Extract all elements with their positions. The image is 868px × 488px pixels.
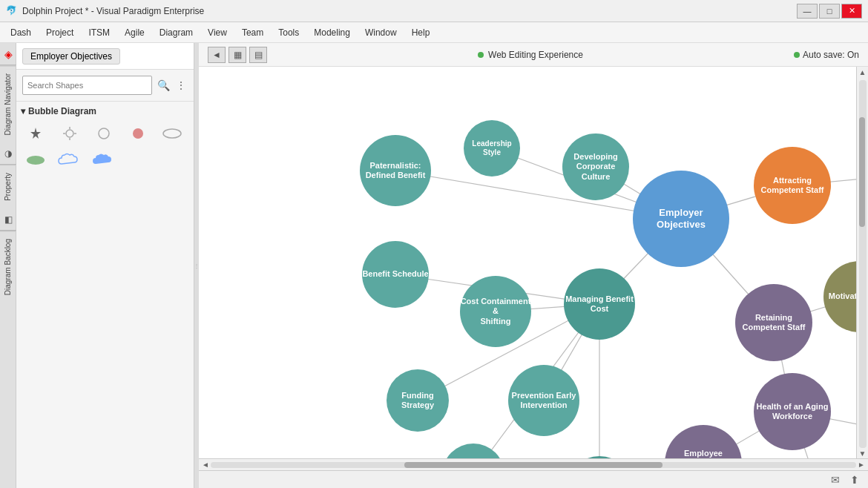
grid-view-button[interactable]: ▦	[228, 47, 246, 63]
svg-point-7	[163, 129, 181, 138]
canvas-tab-label: Web Editing Experience	[488, 50, 583, 60]
list-view-button[interactable]: ▤	[249, 47, 267, 63]
shape-circle-filled[interactable]	[123, 122, 153, 145]
nav-icon-2[interactable]: ◑	[0, 142, 16, 165]
bubble-leadership-style[interactable]: Leadership Style	[464, 120, 520, 177]
canvas-header-right: Auto save: On	[794, 50, 859, 60]
menu-tools[interactable]: Tools	[271, 24, 306, 41]
menu-view[interactable]: View	[200, 24, 234, 41]
sidebar-item-diagram-navigator[interactable]: Diagram Navigator	[0, 65, 16, 142]
diagram-canvas[interactable]: EmployerObjectivesPaternalistic:Defined …	[199, 67, 856, 458]
more-options-button[interactable]: ⋮	[174, 79, 188, 92]
bubble-health-aging[interactable]: Health of an AgingWorkforce	[754, 373, 831, 450]
app-title: Dolphin Project * - Visual Paradigm Ente…	[22, 6, 797, 16]
bubble-retaining-staff[interactable]: RetainingCompetent Staff	[735, 284, 812, 361]
bubble-paternalistic[interactable]: Paternalistic:Defined Benefit	[360, 135, 431, 206]
scroll-thumb-h[interactable]	[404, 462, 662, 468]
status-indicator	[478, 52, 484, 58]
bubble-cost-containment[interactable]: Cost Containment &Shifting	[460, 276, 531, 347]
breadcrumb-bar: Employer Objectives	[16, 43, 194, 70]
sidebar-item-property[interactable]: Property	[0, 165, 16, 208]
section-title: Bubble Diagram	[28, 106, 96, 116]
bubble-employee-program[interactable]: EmployeeAssistanceProgram	[566, 456, 633, 458]
search-input[interactable]	[22, 76, 152, 95]
shapes-grid	[21, 122, 189, 171]
bubble-motivating-staff[interactable]: Motivating Staff	[823, 261, 856, 332]
bubble-developing-culture[interactable]: DevelopingCorporate Culture	[562, 133, 629, 200]
vertical-scrollbar[interactable]: ▲ ▼	[856, 67, 868, 458]
bubble-managing-benefit[interactable]: Managing BenefitCost	[564, 268, 635, 340]
horizontal-scrollbar[interactable]: ◄ ►	[199, 458, 868, 470]
bubble-funding-strategy[interactable]: Funding Strategy	[387, 369, 449, 432]
sidebar-item-diagram-backlog[interactable]: Diagram Backlog	[0, 231, 16, 303]
window-controls[interactable]: — □ ✕	[797, 4, 862, 19]
scroll-right-arrow[interactable]: ►	[856, 461, 867, 469]
bottom-bar: ✉ ⬆	[199, 470, 868, 488]
menu-team[interactable]: Team	[234, 24, 271, 41]
menu-diagram[interactable]: Diagram	[152, 24, 200, 41]
shapes-panel-area: Employer Objectives 🔍 ⋮ ▾ Bubble Diagram	[16, 43, 194, 488]
svg-point-5	[99, 128, 109, 139]
scroll-up-arrow[interactable]: ▲	[857, 67, 869, 77]
title-bar: 🐬 Dolphin Project * - Visual Paradigm En…	[0, 0, 868, 22]
scroll-track-v	[859, 80, 867, 448]
autosave-label: Auto save: On	[803, 50, 859, 60]
minimize-button[interactable]: —	[797, 4, 818, 19]
menu-project[interactable]: Project	[39, 24, 81, 41]
close-button[interactable]: ✕	[841, 4, 862, 19]
search-button[interactable]: 🔍	[155, 77, 171, 93]
shape-star[interactable]	[21, 122, 50, 145]
bubble-benefit-schedule[interactable]: Benefit Schedule	[362, 241, 429, 308]
scroll-left-arrow[interactable]: ◄	[200, 461, 211, 469]
search-area: 🔍 ⋮	[16, 70, 194, 102]
app-icon: 🐬	[6, 5, 18, 17]
collapse-icon: ▾	[21, 106, 25, 116]
scroll-thumb-v[interactable]	[859, 117, 865, 228]
scroll-track-h	[211, 462, 856, 468]
canvas-tab: Web Editing Experience	[478, 50, 583, 60]
shape-cloud[interactable]	[55, 149, 85, 171]
bubble-diagram-section[interactable]: ▾ Bubble Diagram	[21, 106, 189, 116]
nav-icon-3[interactable]: ◧	[0, 208, 16, 231]
breadcrumb-tab[interactable]: Employer Objectives	[22, 48, 120, 65]
bubble-employer-objectives[interactable]: EmployerObjectives	[633, 171, 729, 267]
export-icon[interactable]: ⬆	[847, 472, 862, 487]
bubble-wellness-left[interactable]: Wellness	[442, 444, 504, 458]
menu-help[interactable]: Help	[404, 24, 438, 41]
left-tabs: ◈ Diagram Navigator ◑ Property ◧ Diagram…	[0, 43, 16, 488]
top-icons: ◄ ▦ ▤	[208, 47, 267, 63]
maximize-button[interactable]: □	[819, 4, 840, 19]
scroll-down-arrow[interactable]: ▼	[857, 448, 869, 458]
back-button[interactable]: ◄	[208, 47, 226, 63]
menu-bar: Dash Project ITSM Agile Diagram View Tea…	[0, 22, 868, 43]
bubble-prevention[interactable]: Prevention EarlyIntervention	[508, 365, 579, 436]
menu-window[interactable]: Window	[358, 24, 404, 41]
svg-point-0	[66, 130, 73, 137]
main-layout: ◈ Diagram Navigator ◑ Property ◧ Diagram…	[0, 43, 868, 488]
canvas-header: ◄ ▦ ▤ Web Editing Experience Auto save: …	[199, 43, 868, 67]
menu-dash[interactable]: Dash	[3, 24, 39, 41]
svg-point-8	[27, 156, 45, 165]
shape-ellipse-filled[interactable]	[21, 149, 50, 171]
shape-circle[interactable]	[89, 122, 119, 145]
bubble-employee-program2[interactable]: EmployeeAssistanceProgram	[665, 425, 742, 458]
svg-point-6	[133, 128, 143, 139]
shapes-panel: ▾ Bubble Diagram	[16, 102, 194, 488]
shape-sun[interactable]	[55, 122, 85, 145]
menu-modeling[interactable]: Modeling	[306, 24, 358, 41]
mail-icon[interactable]: ✉	[828, 472, 843, 487]
bubble-attracting-staff[interactable]: AttractingCompetent Staff	[754, 147, 831, 224]
nav-icon-1[interactable]: ◈	[0, 43, 16, 65]
menu-itsm[interactable]: ITSM	[81, 24, 117, 41]
autosave-indicator	[794, 52, 800, 58]
shape-cloud-filled[interactable]	[89, 149, 119, 171]
shape-ellipse[interactable]	[157, 122, 187, 145]
menu-agile[interactable]: Agile	[117, 24, 152, 41]
